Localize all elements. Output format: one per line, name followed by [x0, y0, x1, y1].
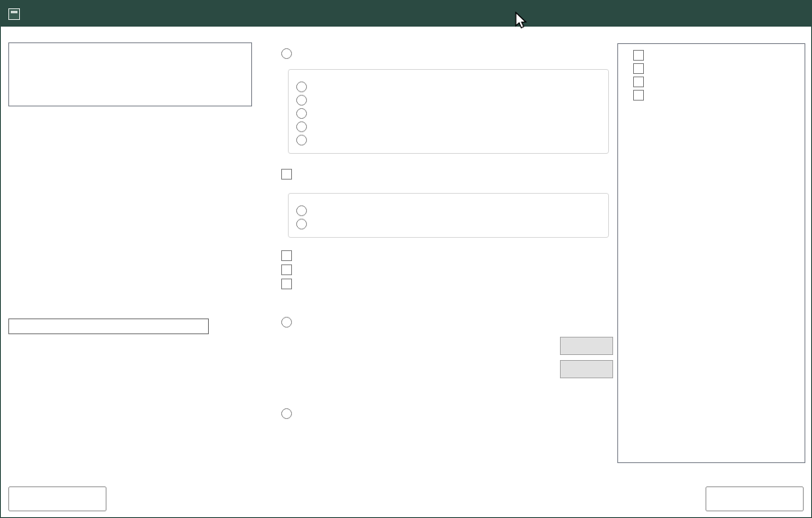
radio-alphabetical[interactable]: [296, 204, 600, 217]
app-icon: [8, 8, 20, 20]
radio-icon[interactable]: [296, 121, 307, 132]
radio-idapython-script[interactable]: [281, 406, 613, 421]
namespace-item-unityengineinternal[interactable]: [621, 88, 802, 101]
info-row-container-format: [8, 141, 252, 162]
image-option-64bit-arm64[interactable]: [10, 58, 250, 72]
namespace-item-global[interactable]: [621, 48, 802, 62]
radio-icon[interactable]: [296, 135, 307, 146]
namespaces-panel: [617, 35, 805, 463]
info-row-code-registration: [8, 270, 252, 292]
radio-icon[interactable]: [296, 81, 307, 92]
checkbox-suppress-metadata-comments[interactable]: [281, 249, 613, 263]
radio-file-per-class[interactable]: [296, 120, 600, 133]
app-window: [0, 0, 812, 518]
radio-tree-layout[interactable]: [296, 133, 600, 146]
radio-type-definition-index[interactable]: [296, 217, 600, 230]
info-row-architecture: [8, 184, 252, 205]
info-row-metadata-registration: [8, 249, 252, 270]
unity-script-assemblies-row: [304, 359, 613, 379]
configure-output-panel: [281, 35, 613, 424]
radio-file-per-namespace[interactable]: [296, 93, 600, 106]
browse-unity-editor-button[interactable]: [560, 337, 613, 355]
minimize-button[interactable]: [699, 1, 736, 27]
close-button[interactable]: [774, 1, 811, 27]
radio-icon[interactable]: [296, 219, 307, 229]
checkbox-generate-compilable[interactable]: [281, 263, 613, 277]
image-option-32bit-arm[interactable]: [10, 44, 250, 58]
namespace-item-unity[interactable]: [621, 62, 802, 75]
checkbox-icon[interactable]: [633, 50, 644, 61]
image-info-table: [8, 119, 252, 313]
mouse-cursor: [515, 12, 528, 32]
namespace-item-unityengine[interactable]: [621, 75, 802, 88]
radio-icon[interactable]: [296, 205, 307, 216]
info-row-endianness: [8, 162, 252, 184]
left-panel: [8, 35, 252, 346]
radio-single-file[interactable]: [296, 80, 600, 93]
radio-csharp-prototypes[interactable]: [281, 46, 613, 61]
checkbox-icon[interactable]: [281, 279, 292, 289]
layout-groupbox: [288, 69, 609, 154]
image-listbox[interactable]: [8, 42, 252, 106]
unity-editor-path-row: [304, 336, 613, 356]
radio-icon[interactable]: [296, 95, 307, 106]
info-row-va-offset: [8, 227, 252, 249]
back-button[interactable]: [8, 486, 106, 511]
checkbox-icon[interactable]: [633, 76, 644, 87]
checkbox-icon[interactable]: [633, 63, 644, 74]
info-row-coderegistration-function: [8, 292, 252, 313]
titlebar[interactable]: [1, 1, 811, 27]
radio-icon[interactable]: [281, 48, 292, 59]
checkbox-icon[interactable]: [633, 90, 644, 101]
namespace-list[interactable]: [617, 43, 805, 463]
maximize-button[interactable]: [736, 1, 774, 27]
export-button[interactable]: [706, 486, 804, 511]
checkbox-icon[interactable]: [281, 264, 292, 275]
radio-icon[interactable]: [281, 317, 292, 328]
checkbox-flatten-hierarchy[interactable]: [281, 167, 613, 181]
browse-script-assemblies-button[interactable]: [560, 360, 613, 378]
checkbox-assembly-attributes-separate[interactable]: [281, 277, 613, 291]
bitcoin-address-input[interactable]: [8, 318, 209, 334]
info-row-metadata-version: [8, 119, 252, 141]
radio-icon[interactable]: [281, 408, 292, 419]
info-row-word-size: [8, 205, 252, 227]
type-sorting-groupbox: [288, 193, 609, 238]
radio-file-per-assembly[interactable]: [296, 106, 600, 120]
checkbox-icon[interactable]: [281, 250, 292, 261]
checkbox-icon[interactable]: [281, 169, 292, 180]
radio-icon[interactable]: [296, 108, 307, 119]
radio-visual-studio-solution[interactable]: [281, 314, 613, 329]
window-controls: [699, 1, 811, 27]
